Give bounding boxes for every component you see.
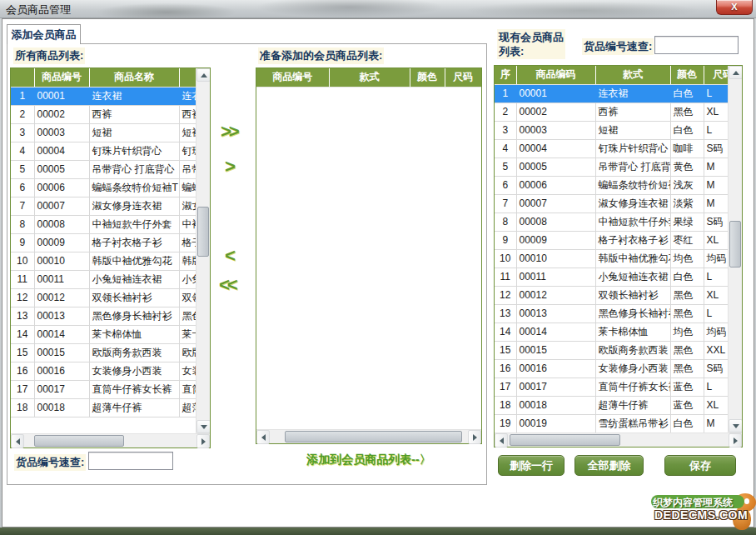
- scrollbar-track[interactable]: [270, 430, 468, 443]
- col-header-seq[interactable]: 序: [495, 66, 516, 84]
- cell-style: 直筒: [179, 380, 196, 398]
- table-row[interactable]: 200002西裤西裤: [11, 105, 196, 123]
- cell-code: 00002: [34, 105, 89, 123]
- table-row[interactable]: 1000010韩版中袖优雅勾花均色均码: [495, 249, 728, 268]
- horizontal-scrollbar[interactable]: [11, 433, 210, 448]
- scroll-up-button[interactable]: [196, 68, 210, 82]
- add-to-member-list-link[interactable]: 添加到会员商品列表--〉: [256, 452, 482, 468]
- quick-search-input-right[interactable]: [654, 36, 739, 54]
- cell-color: 黑色: [670, 304, 704, 322]
- table-row[interactable]: 600006蝙蝠条纹特价短袖T蝙蝠: [11, 178, 196, 197]
- table-row[interactable]: 1100011小兔短袖连衣裙小兔: [11, 270, 196, 288]
- table-row[interactable]: 1400014莱卡棉体恤莱卡: [11, 325, 196, 343]
- scroll-right-button[interactable]: [468, 430, 481, 444]
- scroll-right-button[interactable]: [196, 434, 210, 448]
- col-header-size[interactable]: 尺码: [445, 68, 481, 87]
- scroll-up-button[interactable]: [729, 66, 742, 79]
- delete-row-button[interactable]: 删除一行: [498, 455, 565, 476]
- table-row[interactable]: 1700017直筒牛仔裤女长裤直筒: [11, 380, 196, 398]
- save-button[interactable]: 保存: [664, 455, 736, 476]
- horizontal-scrollbar[interactable]: [256, 429, 481, 443]
- col-header-product-code[interactable]: 商品编号: [256, 68, 329, 87]
- move-all-left-button[interactable]: <<: [219, 276, 236, 294]
- col-header-product-code[interactable]: 商品编码: [516, 66, 595, 84]
- quick-search-input-left[interactable]: [88, 452, 173, 470]
- scrollbar-thumb[interactable]: [729, 221, 741, 268]
- table-row[interactable]: 1500015欧版商务款西装欧版: [11, 343, 196, 362]
- tab-add-member-products[interactable]: 添加会员商品: [7, 24, 81, 44]
- table-row[interactable]: 1200012双领长袖衬衫双领: [11, 288, 196, 307]
- table-row[interactable]: 900009格子衬衣格子衫枣红XL: [495, 231, 728, 249]
- table-row[interactable]: 800008中袖短款牛仔外套中袖: [11, 215, 196, 233]
- table-row[interactable]: 600006蝙蝠条纹特价短袖T浅灰M: [495, 176, 728, 194]
- delete-all-button[interactable]: 全部删除: [574, 455, 644, 476]
- col-header-style[interactable]: 款式: [329, 68, 410, 87]
- table-row[interactable]: 700007淑女修身连衣裙淡紫M: [495, 194, 728, 212]
- move-one-right-button[interactable]: >: [225, 158, 233, 176]
- scrollbar-thumb[interactable]: [510, 434, 620, 446]
- move-all-right-button[interactable]: >>: [221, 122, 237, 141]
- scroll-down-button[interactable]: [196, 420, 210, 433]
- table-row[interactable]: 400004钉珠片针织背心钉珠: [11, 142, 196, 160]
- scroll-right-button[interactable]: [729, 433, 742, 448]
- table-row[interactable]: 300003短裙白色L: [495, 121, 728, 139]
- scrollbar-thumb[interactable]: [197, 207, 209, 257]
- table-row[interactable]: 1000010韩版中袖优雅勾花韩版: [11, 252, 196, 270]
- table-row[interactable]: 1700017直筒牛仔裤女长裤蓝色L: [495, 378, 728, 396]
- col-header-size[interactable]: 尺码: [704, 66, 728, 84]
- table-row[interactable]: 1400014莱卡棉体恤均色均码: [495, 322, 728, 341]
- vertical-scrollbar[interactable]: [196, 68, 210, 433]
- table-row[interactable]: 1600016女装修身小西装黑色S码: [495, 359, 728, 378]
- scrollbar-thumb[interactable]: [34, 435, 124, 447]
- table-row[interactable]: 1100011小兔短袖连衣裙白色L: [495, 268, 728, 286]
- col-header-rownum[interactable]: [11, 68, 34, 87]
- cell-num: 11: [11, 270, 34, 288]
- scrollbar-track[interactable]: [729, 79, 742, 419]
- move-one-left-button[interactable]: <: [225, 247, 233, 265]
- table-row[interactable]: 300003短裙短裙: [11, 123, 196, 142]
- horizontal-scrollbar[interactable]: [495, 432, 742, 447]
- scroll-left-button[interactable]: [11, 434, 24, 448]
- col-header-color[interactable]: 颜色: [410, 68, 445, 87]
- scrollbar-thumb[interactable]: [285, 431, 462, 442]
- existing-products-label-line1: 现有会员商品: [499, 30, 564, 44]
- arrow-right-icon: [473, 434, 477, 441]
- table-row[interactable]: 500005吊带背心 打底背心吊带: [11, 160, 196, 178]
- col-header-style[interactable]: 款式: [595, 66, 670, 84]
- cell-color: 黑色: [670, 359, 704, 378]
- table-row[interactable]: 200002西裤黑色XL: [495, 102, 728, 121]
- scrollbar-track[interactable]: [24, 434, 196, 448]
- table-row[interactable]: 1300013黑色修身长袖衬衫黑色: [11, 307, 196, 325]
- table-row[interactable]: 1800018超薄牛仔裤超薄: [11, 398, 196, 417]
- table-row[interactable]: 1500015欧版商务款西装黑色XXL: [495, 341, 728, 359]
- table-row[interactable]: 100001连衣裙连衣: [11, 87, 196, 105]
- table-row[interactable]: 900009格子衬衣格子衫格子: [11, 233, 196, 252]
- scrollbar-track[interactable]: [196, 82, 210, 420]
- scrollbar-track[interactable]: [508, 433, 729, 447]
- cell-code: 00014: [34, 325, 89, 343]
- col-header-product-name[interactable]: 商品名称: [89, 68, 179, 87]
- cell-size: XXL: [704, 341, 728, 359]
- col-header-color[interactable]: 颜色: [670, 66, 704, 84]
- table-row[interactable]: 1200012双领长袖衬衫黑色XL: [495, 286, 728, 304]
- table-row[interactable]: 1300013黑色修身长袖衬衫黑色L: [495, 304, 728, 322]
- arrow-down-icon: [201, 425, 207, 429]
- table-row[interactable]: 1800018超薄牛仔裤蓝色XL: [495, 396, 728, 414]
- table-row[interactable]: 400004钉珠片针织背心咖啡S码: [495, 139, 728, 158]
- scroll-down-button[interactable]: [729, 419, 742, 432]
- cell-code: 00004: [516, 139, 595, 158]
- col-header-product-code[interactable]: 商品编号: [34, 68, 89, 87]
- col-header-clipped[interactable]: [179, 68, 196, 87]
- table-row[interactable]: 700007淑女修身连衣裙淑女: [11, 197, 196, 215]
- table-row[interactable]: 800008中袖短款牛仔外套果绿S码: [495, 212, 728, 231]
- cell-color: 枣红: [670, 231, 704, 249]
- cell-style: 中袖: [179, 215, 196, 233]
- vertical-scrollbar[interactable]: [728, 66, 742, 432]
- scroll-left-button[interactable]: [495, 433, 508, 448]
- table-row[interactable]: 100001连衣裙白色L: [495, 84, 728, 102]
- table-row[interactable]: 1900019雪纺蛋糕吊带衫白色M: [495, 414, 728, 432]
- table-row[interactable]: 1600016女装修身小西装女装: [11, 362, 196, 380]
- cell-num: 2: [495, 102, 516, 121]
- scroll-left-button[interactable]: [256, 430, 270, 444]
- table-row[interactable]: 500005吊带背心 打底背心黄色M: [495, 158, 728, 176]
